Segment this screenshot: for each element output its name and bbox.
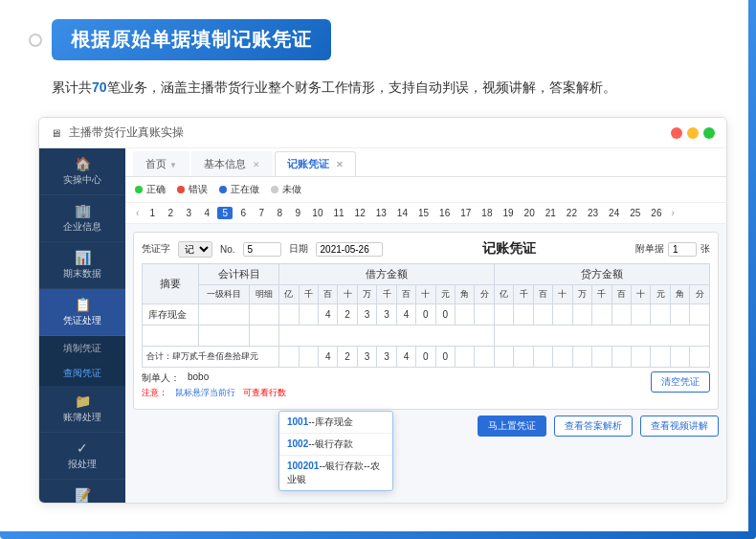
voucher-number-input[interactable] <box>243 242 281 257</box>
page-22[interactable]: 22 <box>563 207 581 219</box>
tab-voucher-close[interactable]: ✕ <box>336 160 344 169</box>
row2-account1[interactable] <box>199 326 249 347</box>
dropdown-item-100201[interactable]: 100201--银行存款--农业银 <box>279 456 392 490</box>
page-16[interactable]: 16 <box>435 207 454 219</box>
total-d6: 3 <box>377 347 396 368</box>
account-dropdown: 1001--库存现金 1002--银行存款 100201--银行存款--农业银 <box>278 411 393 491</box>
th-account1: 一级科目 <box>199 285 249 304</box>
page-12[interactable]: 12 <box>351 207 369 219</box>
minimize-btn[interactable] <box>687 127 699 139</box>
page-4[interactable]: 4 <box>199 207 214 219</box>
row1-account2[interactable] <box>249 304 278 326</box>
row2-account2[interactable] <box>249 326 278 347</box>
sidebar-item-zhangbu[interactable]: 📁 账簿处理 <box>39 386 125 433</box>
note-suffix: 可查看行数 <box>243 387 286 399</box>
form-header: 凭证字 记 No. 日期 记账凭证 附单据 <box>142 240 710 258</box>
voucher-type-select[interactable]: 记 <box>178 241 212 258</box>
sidebar-label-qiye: 企业信息 <box>63 220 101 234</box>
page-21[interactable]: 21 <box>542 207 560 219</box>
tab-basic-close[interactable]: ✕ <box>253 160 260 169</box>
th-d-yi: 亿 <box>279 285 299 304</box>
sidebar-item-baobiao[interactable]: ✓ 报处理 <box>39 433 125 480</box>
note-link[interactable]: 鼠标悬浮当前行 <box>175 387 235 399</box>
row1-d11 <box>475 304 494 326</box>
page-3[interactable]: 3 <box>181 207 196 219</box>
sidebar-subitem-tianzhi[interactable]: 填制凭证 <box>39 336 125 361</box>
view-video-btn[interactable]: 查看视频讲解 <box>640 415 719 437</box>
total-d4: 2 <box>338 347 357 368</box>
page-24[interactable]: 24 <box>605 207 623 219</box>
page-20[interactable]: 20 <box>521 207 539 219</box>
th-c-yuan: 元 <box>651 285 670 304</box>
page-11[interactable]: 11 <box>329 207 347 219</box>
attach-input[interactable] <box>668 242 697 257</box>
page-8[interactable]: 8 <box>272 207 287 219</box>
sidebar-item-pingzheng[interactable]: 📋 凭证处理 <box>39 289 125 336</box>
bottom-decoration <box>0 531 756 539</box>
page-5[interactable]: 5 <box>217 207 233 219</box>
th-d-bai: 百 <box>318 285 337 304</box>
page-10[interactable]: 10 <box>308 207 326 219</box>
close-btn[interactable] <box>671 127 682 139</box>
voucher-bottom: 制单人： bobo 注意： 鼠标悬浮当前行 可查看行数 清空凭证 <box>142 371 710 401</box>
sidebar-item-shicao[interactable]: 🏠 实操中心 <box>39 148 125 195</box>
tab-home[interactable]: 首页 ▼ <box>133 151 189 176</box>
th-account: 会计科目 <box>199 264 279 285</box>
page-18[interactable]: 18 <box>478 207 496 219</box>
row1-account1[interactable] <box>199 304 249 326</box>
status-legend: 正确 错误 正在做 未做 <box>125 177 726 203</box>
page-7[interactable]: 7 <box>254 207 269 219</box>
tab-home-arrow: ▼ <box>169 161 177 169</box>
total-d11 <box>475 347 494 368</box>
page-9[interactable]: 9 <box>290 207 305 219</box>
dropdown-item-1001[interactable]: 1001--库存现金 <box>279 412 392 434</box>
th-c-bai2: 百 <box>611 285 631 304</box>
sidebar-label-zhangbu: 账簿处理 <box>63 411 101 424</box>
row1-c4 <box>553 304 572 326</box>
preparer-row: 制单人： bobo <box>142 371 645 385</box>
page-1[interactable]: 1 <box>145 207 160 219</box>
row1-d9: 0 <box>435 304 455 326</box>
view-answer-btn[interactable]: 查看答案解析 <box>554 415 633 437</box>
page-14[interactable]: 14 <box>393 207 411 219</box>
row1-d3: 4 <box>318 304 337 326</box>
total-c8 <box>631 347 650 368</box>
page-25[interactable]: 25 <box>626 207 644 219</box>
next-page[interactable]: › <box>668 207 677 219</box>
page-2[interactable]: 2 <box>163 207 178 219</box>
tab-voucher[interactable]: 记账凭证 ✕ <box>275 151 356 176</box>
total-c7 <box>611 347 631 368</box>
page-15[interactable]: 15 <box>414 207 433 219</box>
desc-prefix: 累计共 <box>52 79 92 95</box>
dropdown-item-1002[interactable]: 1002--银行存款 <box>279 434 392 456</box>
row1-c5 <box>572 304 591 326</box>
tab-basic[interactable]: 基本信息 ✕ <box>191 151 273 176</box>
page-19[interactable]: 19 <box>499 207 517 219</box>
legend-doing-label: 正在做 <box>231 183 259 196</box>
sidebar-subitem-chayue[interactable]: 查阅凭证 <box>39 361 125 386</box>
page-6[interactable]: 6 <box>235 207 251 219</box>
sidebar-item-qimo[interactable]: 📊 期末数据 <box>39 242 125 289</box>
row2-summary[interactable] <box>143 326 199 347</box>
th-d-shi2: 十 <box>416 285 435 304</box>
row1-summary[interactable]: 库存现金 <box>143 304 199 326</box>
prev-page[interactable]: ‹ <box>133 207 142 219</box>
clear-voucher-btn[interactable]: 清空凭证 <box>651 371 710 393</box>
page-13[interactable]: 13 <box>372 207 390 219</box>
row2-credit <box>494 326 709 347</box>
total-d5: 3 <box>357 347 376 368</box>
page-17[interactable]: 17 <box>456 207 475 219</box>
row1-d1 <box>279 304 299 326</box>
table-row-1: 库存现金 4 2 3 3 4 0 <box>143 304 710 326</box>
sidebar-item-jiaojiao[interactable]: 📝 涉交实验记录 <box>39 480 125 504</box>
voucher-icon: 📋 <box>75 297 91 312</box>
voucher-date-input[interactable] <box>316 242 383 257</box>
page-23[interactable]: 23 <box>584 207 602 219</box>
submit-voucher-btn[interactable]: 马上置凭证 <box>478 415 546 437</box>
sidebar-label-qimo: 期末数据 <box>63 267 101 281</box>
maximize-btn[interactable] <box>703 127 715 139</box>
th-d-shi: 十 <box>338 285 357 304</box>
sidebar-item-qiye[interactable]: 🏢 企业信息 <box>39 195 125 242</box>
page-26[interactable]: 26 <box>647 207 665 219</box>
row1-c7 <box>611 304 631 326</box>
